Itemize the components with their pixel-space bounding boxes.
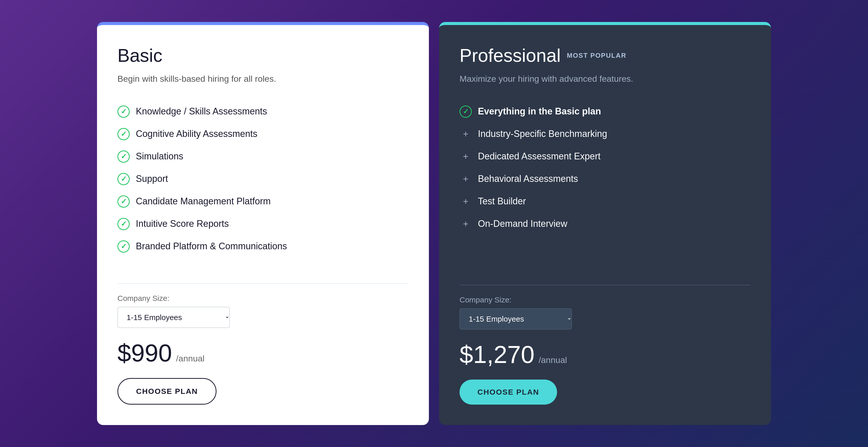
feature-text: Test Builder (478, 196, 526, 207)
feature-text: On-Demand Interview (478, 218, 567, 230)
check-circle-icon: ✓ (118, 150, 130, 163)
list-item: ✓ Everything in the Basic plan (460, 100, 750, 123)
feature-text: Cognitive Ability Assessments (136, 128, 257, 140)
pricing-container: Basic Begin with skills-based hiring for… (51, 7, 817, 440)
plus-icon: + (460, 196, 472, 208)
plus-icon: + (460, 150, 472, 163)
check-circle-icon: ✓ (118, 218, 130, 230)
professional-company-size-select[interactable]: 1-15 Employees 16-50 Employees 51-200 Em… (460, 308, 572, 329)
professional-price-container: $1,270 /annual (460, 342, 750, 367)
feature-text: Behavioral Assessments (478, 173, 578, 185)
list-item: + Dedicated Assessment Expert (460, 145, 750, 168)
feature-text: Industry-Specific Benchmarking (478, 128, 607, 140)
plus-icon: + (460, 128, 472, 140)
feature-text: Everything in the Basic plan (478, 106, 601, 118)
check-circle-icon: ✓ (118, 173, 130, 185)
basic-plan-description: Begin with skills-based hiring for all r… (118, 73, 408, 85)
check-circle-icon: ✓ (118, 106, 130, 118)
list-item: + Test Builder (460, 190, 750, 213)
list-item: ✓ Knowledge / Skills Assessments (118, 100, 408, 123)
list-item: + Behavioral Assessments (460, 168, 750, 190)
list-item: + Industry-Specific Benchmarking (460, 123, 750, 145)
basic-company-size-select[interactable]: 1-15 Employees 16-50 Employees 51-200 Em… (118, 307, 230, 328)
list-item: ✓ Intuitive Score Reports (118, 213, 408, 235)
feature-text: Simulations (136, 150, 183, 162)
plus-icon: + (460, 173, 472, 185)
basic-price-amount: $990 (118, 341, 172, 365)
basic-features-list: ✓ Knowledge / Skills Assessments ✓ Cogni… (118, 100, 408, 258)
feature-text: Branded Platform & Communications (136, 240, 287, 252)
basic-plan-card: Basic Begin with skills-based hiring for… (97, 22, 429, 425)
professional-plan-card: Professional MOST POPULAR Maximize your … (439, 22, 771, 425)
basic-choose-plan-button[interactable]: CHOOSE PLAN (118, 378, 216, 405)
professional-divider (460, 285, 750, 285)
list-item: ✓ Simulations (118, 145, 408, 168)
check-circle-icon: ✓ (118, 240, 130, 252)
professional-features-list: ✓ Everything in the Basic plan + Industr… (460, 100, 750, 259)
check-circle-icon: ✓ (460, 106, 472, 118)
check-circle-icon: ✓ (118, 196, 130, 208)
basic-divider (118, 283, 408, 284)
list-item: ✓ Support (118, 168, 408, 190)
feature-text: Support (136, 173, 168, 185)
list-item: + On-Demand Interview (460, 213, 750, 235)
feature-text: Candidate Management Platform (136, 196, 271, 207)
basic-price-period: /annual (176, 354, 205, 363)
professional-price-period: /annual (539, 355, 567, 365)
list-item: ✓ Cognitive Ability Assessments (118, 123, 408, 145)
professional-plan-description: Maximize your hiring with advanced featu… (460, 73, 750, 85)
professional-title-text: Professional (460, 46, 561, 66)
basic-plan-title: Basic (118, 46, 408, 66)
check-circle-icon: ✓ (118, 128, 130, 140)
feature-text: Dedicated Assessment Expert (478, 150, 600, 162)
professional-plan-title: Professional MOST POPULAR (460, 46, 750, 66)
basic-company-size-label: Company Size: (118, 294, 408, 303)
feature-text: Intuitive Score Reports (136, 218, 229, 230)
professional-price-amount: $1,270 (460, 342, 535, 367)
professional-company-size-label: Company Size: (460, 296, 750, 304)
plus-icon: + (460, 218, 472, 230)
professional-choose-plan-button[interactable]: CHOOSE PLAN (460, 380, 557, 405)
list-item: ✓ Candidate Management Platform (118, 190, 408, 213)
list-item: ✓ Branded Platform & Communications (118, 235, 408, 258)
basic-price-container: $990 /annual (118, 341, 408, 365)
feature-text: Knowledge / Skills Assessments (136, 106, 267, 118)
most-popular-badge: MOST POPULAR (567, 52, 626, 59)
